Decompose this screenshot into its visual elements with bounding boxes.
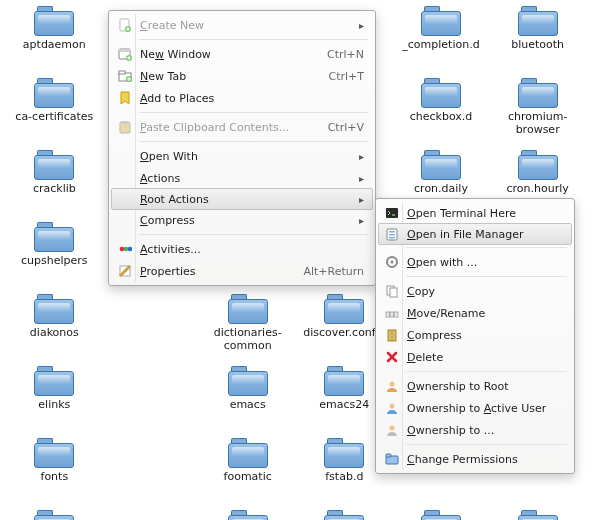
folder--completion-d[interactable]: _completion.d	[393, 4, 490, 76]
rootactions-ownership-to-root[interactable]: Ownership to Root	[379, 375, 571, 397]
menu-open-with[interactable]: Open With▸	[112, 145, 372, 167]
folder-icon	[32, 438, 76, 468]
svg-rect-16	[389, 231, 395, 233]
folder-icon	[226, 294, 270, 324]
menu-root-actions[interactable]: Root Actions▸	[111, 188, 373, 210]
folder-icon	[322, 510, 366, 520]
svg-rect-22	[390, 288, 397, 297]
bookmark-add-icon	[116, 91, 134, 105]
menu-label: Compress	[134, 214, 351, 227]
rootactions-change-permissions[interactable]: Change Permissions	[379, 448, 571, 470]
folder-diakonos[interactable]: diakonos	[6, 292, 103, 364]
menu-label: Ownership to Active User	[401, 402, 563, 415]
empty-cell	[103, 436, 200, 508]
rootactions-copy[interactable]: Copy	[379, 280, 571, 302]
folder-label: aptdaemon	[23, 38, 86, 51]
folder-elinks[interactable]: elinks	[6, 364, 103, 436]
rootactions-open-terminal-here[interactable]: Open Terminal Here	[379, 202, 571, 224]
folder-cracklib[interactable]: cracklib	[6, 148, 103, 220]
folder-aptdaemon[interactable]: aptdaemon	[6, 4, 103, 76]
shortcut: Alt+Return	[303, 265, 364, 278]
folder-label: cron.hourly	[507, 182, 569, 195]
folder-gnome-app-install[interactable]: gnome-app-install	[489, 508, 586, 520]
folder-chromium-browser[interactable]: chromium-browser	[489, 76, 586, 148]
folder-emacs[interactable]: emacs	[199, 364, 296, 436]
menu-label: Ownership to Root	[401, 380, 563, 393]
rootactions-move-rename[interactable]: Move/Rename	[379, 302, 571, 324]
folder-icon	[32, 294, 76, 324]
folder-icon	[516, 150, 560, 180]
folder-dictionaries-common[interactable]: dictionaries-common	[199, 292, 296, 364]
menu-add-to-places[interactable]: Add to Places	[112, 87, 372, 109]
folder-label: emacs24	[319, 398, 369, 411]
folder-label: cron.daily	[414, 182, 468, 195]
folder-icon	[322, 294, 366, 324]
activities-icon	[116, 242, 134, 256]
folder-foomatic[interactable]: foomatic	[199, 436, 296, 508]
svg-rect-9	[122, 121, 128, 124]
menu-properties[interactable]: PropertiesAlt+Return	[112, 260, 372, 282]
svg-point-27	[390, 382, 395, 387]
menu-compress[interactable]: Compress▸	[112, 209, 372, 231]
user-pick-icon	[383, 423, 401, 437]
rootactions-delete[interactable]: Delete	[379, 346, 571, 368]
submenu-arrow-icon: ▸	[351, 215, 364, 226]
folder-label: foomatic	[224, 470, 272, 483]
menu-label: Open Terminal Here	[401, 207, 563, 220]
rootactions-ownership-to[interactable]: Ownership to ...	[379, 419, 571, 441]
menu-label: New Tab	[134, 70, 328, 83]
folder-label: cracklib	[33, 182, 76, 195]
menu-actions[interactable]: Actions▸	[112, 167, 372, 189]
openwith-icon	[383, 255, 401, 269]
folder-glances[interactable]: glances	[296, 508, 393, 520]
menu-label: Paste Clipboard Contents...	[134, 121, 328, 134]
rootactions-compress[interactable]: Compress	[379, 324, 571, 346]
folder-icon	[322, 366, 366, 396]
menu-label: Create New	[134, 19, 351, 32]
folder-gimp[interactable]: gimp	[6, 508, 103, 520]
properties-icon	[116, 264, 134, 278]
menu-create-new: Create New▸	[112, 14, 372, 36]
menu-activities[interactable]: Activities...	[112, 238, 372, 260]
folder-checkbox-d[interactable]: checkbox.d	[393, 76, 490, 148]
user-root-icon	[383, 379, 401, 393]
menu-label: New Window	[134, 48, 327, 61]
folder-ca-certificates[interactable]: ca-certificates	[6, 76, 103, 148]
folder-icon	[516, 510, 560, 520]
menu-label: Open With	[134, 150, 351, 163]
folder-icon	[516, 78, 560, 108]
svg-rect-17	[389, 234, 395, 236]
folder-label: emacs	[230, 398, 266, 411]
folder-fonts[interactable]: fonts	[6, 436, 103, 508]
empty-cell	[103, 508, 200, 520]
svg-rect-14	[386, 208, 398, 218]
menu-label: Properties	[134, 265, 303, 278]
svg-point-11	[124, 247, 129, 252]
user-active-icon	[383, 401, 401, 415]
menu-label: Compress	[401, 329, 563, 342]
separator	[406, 247, 567, 248]
menu-label: Root Actions	[134, 193, 351, 206]
svg-rect-3	[119, 49, 130, 52]
folder-label: _completion.d	[402, 38, 479, 51]
separator	[139, 234, 368, 235]
tab-new-icon	[116, 69, 134, 83]
rootactions-open-with[interactable]: Open with ...	[379, 251, 571, 273]
svg-rect-24	[389, 312, 391, 317]
folder-label: fonts	[41, 470, 69, 483]
svg-point-28	[390, 404, 395, 409]
folder-cupshelpers[interactable]: cupshelpers	[6, 220, 103, 292]
shortcut: Ctrl+N	[327, 48, 364, 61]
menu-new-window[interactable]: New WindowCtrl+N	[112, 43, 372, 65]
copy-icon	[383, 284, 401, 298]
rootactions-ownership-to-active-user[interactable]: Ownership to Active User	[379, 397, 571, 419]
rootactions-open-in-file-manager[interactable]: Open in File Manager	[378, 223, 572, 245]
folder-icon	[32, 150, 76, 180]
folder-gnome[interactable]: gnome	[393, 508, 490, 520]
separator	[406, 371, 567, 372]
menu-new-tab[interactable]: New TabCtrl+T	[112, 65, 372, 87]
folder-icon	[226, 366, 270, 396]
separator	[139, 39, 368, 40]
folder-bluetooth[interactable]: bluetooth	[489, 4, 586, 76]
folder-ginn[interactable]: ginn	[199, 508, 296, 520]
